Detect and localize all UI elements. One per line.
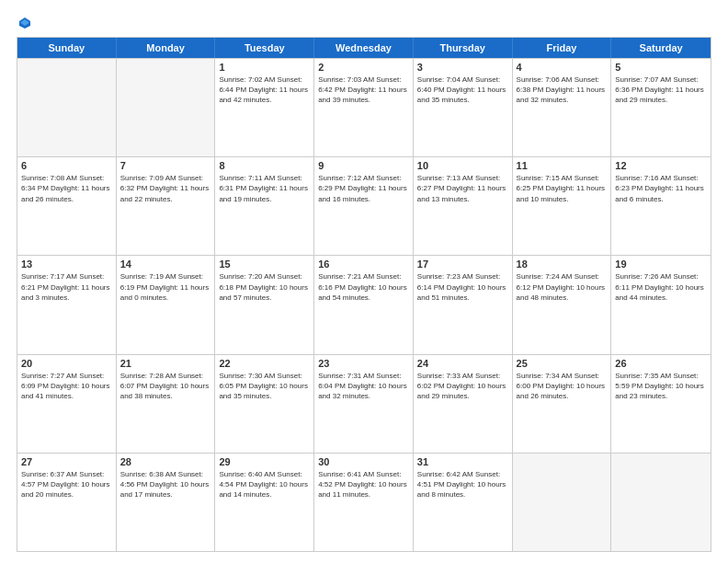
cell-info: Sunrise: 7:30 AM Sunset: 6:05 PM Dayligh… xyxy=(219,371,310,402)
calendar-row: 20Sunrise: 7:27 AM Sunset: 6:09 PM Dayli… xyxy=(17,354,711,453)
cell-info: Sunrise: 7:06 AM Sunset: 6:38 PM Dayligh… xyxy=(517,75,608,106)
cell-info: Sunrise: 7:04 AM Sunset: 6:40 PM Dayligh… xyxy=(417,75,508,106)
weekday-header: Wednesday xyxy=(314,38,414,58)
cell-day-number: 22 xyxy=(219,358,310,369)
cell-info: Sunrise: 6:40 AM Sunset: 4:54 PM Dayligh… xyxy=(219,469,310,500)
calendar-header: SundayMondayTuesdayWednesdayThursdayFrid… xyxy=(17,38,711,58)
cell-day-number: 1 xyxy=(219,62,310,73)
cell-day-number: 31 xyxy=(417,456,508,467)
cell-day-number: 24 xyxy=(417,358,508,369)
calendar-row: 1Sunrise: 7:02 AM Sunset: 6:44 PM Daylig… xyxy=(17,58,711,156)
logo xyxy=(17,17,31,29)
cell-day-number: 28 xyxy=(120,456,211,467)
calendar-cell: 29Sunrise: 6:40 AM Sunset: 4:54 PM Dayli… xyxy=(215,454,314,551)
calendar-cell xyxy=(117,59,216,156)
cell-info: Sunrise: 7:17 AM Sunset: 6:21 PM Dayligh… xyxy=(21,271,112,303)
cell-day-number: 18 xyxy=(517,259,608,270)
cell-day-number: 16 xyxy=(318,259,409,270)
cell-info: Sunrise: 6:41 AM Sunset: 4:52 PM Dayligh… xyxy=(318,469,409,500)
calendar-row: 6Sunrise: 7:08 AM Sunset: 6:34 PM Daylig… xyxy=(17,156,711,255)
calendar-cell: 5Sunrise: 7:07 AM Sunset: 6:36 PM Daylig… xyxy=(611,59,711,156)
calendar-cell: 6Sunrise: 7:08 AM Sunset: 6:34 PM Daylig… xyxy=(17,157,117,255)
header xyxy=(17,17,711,29)
cell-day-number: 21 xyxy=(120,358,211,369)
calendar-cell: 11Sunrise: 7:15 AM Sunset: 6:25 PM Dayli… xyxy=(513,157,612,255)
calendar: SundayMondayTuesdayWednesdayThursdayFrid… xyxy=(17,37,711,552)
cell-info: Sunrise: 7:35 AM Sunset: 5:59 PM Dayligh… xyxy=(615,371,707,402)
cell-info: Sunrise: 7:34 AM Sunset: 6:00 PM Dayligh… xyxy=(517,371,608,402)
cell-info: Sunrise: 7:28 AM Sunset: 6:07 PM Dayligh… xyxy=(120,371,211,402)
weekday-header: Thursday xyxy=(414,38,513,58)
cell-day-number: 10 xyxy=(417,160,508,171)
cell-day-number: 8 xyxy=(219,160,310,171)
calendar-cell: 4Sunrise: 7:06 AM Sunset: 6:38 PM Daylig… xyxy=(513,59,612,156)
calendar-cell: 27Sunrise: 6:37 AM Sunset: 4:57 PM Dayli… xyxy=(17,454,117,551)
cell-day-number: 9 xyxy=(318,160,409,171)
cell-info: Sunrise: 7:08 AM Sunset: 6:34 PM Dayligh… xyxy=(21,173,112,204)
calendar-cell: 23Sunrise: 7:31 AM Sunset: 6:04 PM Dayli… xyxy=(314,355,414,453)
cell-info: Sunrise: 7:23 AM Sunset: 6:14 PM Dayligh… xyxy=(417,271,508,303)
cell-info: Sunrise: 7:07 AM Sunset: 6:36 PM Dayligh… xyxy=(615,75,707,106)
cell-day-number: 19 xyxy=(615,259,707,270)
calendar-cell: 3Sunrise: 7:04 AM Sunset: 6:40 PM Daylig… xyxy=(414,59,513,156)
calendar-cell: 24Sunrise: 7:33 AM Sunset: 6:02 PM Dayli… xyxy=(414,355,513,453)
calendar-row: 27Sunrise: 6:37 AM Sunset: 4:57 PM Dayli… xyxy=(17,453,711,551)
cell-day-number: 30 xyxy=(318,456,409,467)
logo-icon xyxy=(18,17,31,29)
calendar-body: 1Sunrise: 7:02 AM Sunset: 6:44 PM Daylig… xyxy=(17,58,711,551)
calendar-cell: 15Sunrise: 7:20 AM Sunset: 6:18 PM Dayli… xyxy=(215,256,314,353)
calendar-cell: 25Sunrise: 7:34 AM Sunset: 6:00 PM Dayli… xyxy=(513,355,612,453)
calendar-cell: 10Sunrise: 7:13 AM Sunset: 6:27 PM Dayli… xyxy=(414,157,513,255)
calendar-cell: 1Sunrise: 7:02 AM Sunset: 6:44 PM Daylig… xyxy=(215,59,314,156)
calendar-cell: 7Sunrise: 7:09 AM Sunset: 6:32 PM Daylig… xyxy=(117,157,216,255)
calendar-cell xyxy=(611,454,711,551)
cell-info: Sunrise: 7:15 AM Sunset: 6:25 PM Dayligh… xyxy=(517,173,608,204)
cell-info: Sunrise: 7:11 AM Sunset: 6:31 PM Dayligh… xyxy=(219,173,310,204)
cell-info: Sunrise: 7:13 AM Sunset: 6:27 PM Dayligh… xyxy=(417,173,508,204)
calendar-cell: 31Sunrise: 6:42 AM Sunset: 4:51 PM Dayli… xyxy=(414,454,513,551)
cell-day-number: 3 xyxy=(417,62,508,73)
calendar-cell: 2Sunrise: 7:03 AM Sunset: 6:42 PM Daylig… xyxy=(314,59,414,156)
cell-info: Sunrise: 6:38 AM Sunset: 4:56 PM Dayligh… xyxy=(120,469,211,500)
cell-day-number: 26 xyxy=(615,358,707,369)
calendar-cell: 9Sunrise: 7:12 AM Sunset: 6:29 PM Daylig… xyxy=(314,157,414,255)
cell-info: Sunrise: 7:09 AM Sunset: 6:32 PM Dayligh… xyxy=(120,173,211,204)
calendar-cell: 20Sunrise: 7:27 AM Sunset: 6:09 PM Dayli… xyxy=(17,355,117,453)
cell-info: Sunrise: 7:12 AM Sunset: 6:29 PM Dayligh… xyxy=(318,173,409,204)
cell-day-number: 6 xyxy=(21,160,112,171)
cell-day-number: 7 xyxy=(120,160,211,171)
page: SundayMondayTuesdayWednesdayThursdayFrid… xyxy=(0,0,728,563)
calendar-cell: 17Sunrise: 7:23 AM Sunset: 6:14 PM Dayli… xyxy=(414,256,513,353)
cell-info: Sunrise: 7:20 AM Sunset: 6:18 PM Dayligh… xyxy=(219,271,310,303)
cell-info: Sunrise: 6:42 AM Sunset: 4:51 PM Dayligh… xyxy=(417,469,508,500)
calendar-cell: 22Sunrise: 7:30 AM Sunset: 6:05 PM Dayli… xyxy=(215,355,314,453)
cell-day-number: 17 xyxy=(417,259,508,270)
weekday-header: Tuesday xyxy=(215,38,314,58)
calendar-cell: 21Sunrise: 7:28 AM Sunset: 6:07 PM Dayli… xyxy=(117,355,216,453)
weekday-header: Friday xyxy=(513,38,612,58)
cell-day-number: 11 xyxy=(517,160,608,171)
calendar-cell xyxy=(17,59,117,156)
weekday-header: Saturday xyxy=(611,38,711,58)
calendar-cell: 14Sunrise: 7:19 AM Sunset: 6:19 PM Dayli… xyxy=(117,256,216,353)
calendar-cell xyxy=(513,454,612,551)
calendar-cell: 26Sunrise: 7:35 AM Sunset: 5:59 PM Dayli… xyxy=(611,355,711,453)
calendar-cell: 19Sunrise: 7:26 AM Sunset: 6:11 PM Dayli… xyxy=(611,256,711,353)
calendar-cell: 12Sunrise: 7:16 AM Sunset: 6:23 PM Dayli… xyxy=(611,157,711,255)
cell-info: Sunrise: 7:26 AM Sunset: 6:11 PM Dayligh… xyxy=(615,271,707,303)
cell-day-number: 25 xyxy=(517,358,608,369)
cell-info: Sunrise: 7:19 AM Sunset: 6:19 PM Dayligh… xyxy=(120,271,211,303)
cell-day-number: 13 xyxy=(21,259,112,270)
cell-day-number: 5 xyxy=(615,62,707,73)
cell-info: Sunrise: 7:21 AM Sunset: 6:16 PM Dayligh… xyxy=(318,271,409,303)
weekday-header: Sunday xyxy=(17,38,117,58)
cell-info: Sunrise: 7:02 AM Sunset: 6:44 PM Dayligh… xyxy=(219,75,310,106)
cell-day-number: 14 xyxy=(120,259,211,270)
weekday-header: Monday xyxy=(117,38,216,58)
calendar-cell: 18Sunrise: 7:24 AM Sunset: 6:12 PM Dayli… xyxy=(513,256,612,353)
cell-day-number: 29 xyxy=(219,456,310,467)
calendar-cell: 30Sunrise: 6:41 AM Sunset: 4:52 PM Dayli… xyxy=(314,454,414,551)
cell-info: Sunrise: 7:03 AM Sunset: 6:42 PM Dayligh… xyxy=(318,75,409,106)
calendar-cell: 28Sunrise: 6:38 AM Sunset: 4:56 PM Dayli… xyxy=(117,454,216,551)
cell-day-number: 15 xyxy=(219,259,310,270)
